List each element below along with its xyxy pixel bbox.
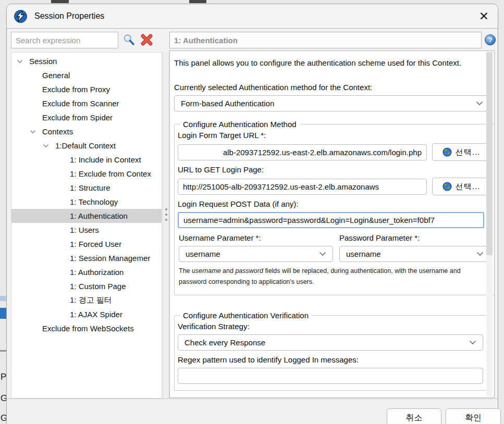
chevron-down-icon <box>469 340 476 345</box>
tree-item-include-in-context[interactable]: 1: Include in Context <box>11 153 162 167</box>
tree-item-custom-page[interactable]: 1: Custom Page <box>11 279 162 293</box>
tree-item-alert-filter[interactable]: 1: 경고 필터 <box>11 293 162 307</box>
chevron-down-icon <box>319 252 326 256</box>
tree-item-authentication[interactable]: 1: Authentication <box>11 209 162 223</box>
dialog-titlebar: Session Properties ✕ <box>7 4 498 29</box>
globe-icon <box>442 182 452 191</box>
regex-logged-in-field[interactable] <box>178 368 483 384</box>
select-login-url-button[interactable]: 선택... <box>432 143 490 161</box>
background-divider-fragment <box>0 350 6 352</box>
tree-item-session[interactable]: Session <box>11 54 162 68</box>
ok-button[interactable]: 확인 <box>446 408 501 424</box>
tree-item-forced-user[interactable]: 1: Forced User <box>11 237 162 251</box>
search-input[interactable] <box>11 32 118 48</box>
select-get-url-button[interactable]: 선택... <box>432 178 490 195</box>
chevron-down-icon[interactable] <box>41 141 51 151</box>
search-icon[interactable] <box>122 33 136 46</box>
chevron-down-icon[interactable] <box>15 57 24 66</box>
get-url-label: URL to GET Login Page: <box>178 165 490 174</box>
zap-logo-icon <box>14 9 28 23</box>
tree-item-exclude-spider[interactable]: Exclude from Spider <box>11 110 162 124</box>
panel-scrollbar[interactable] <box>486 52 493 396</box>
configure-auth-verification-group: Configure Authentication Verification Ve… <box>174 311 490 391</box>
verification-strategy-select[interactable]: Check every Response <box>178 334 483 351</box>
tree-item-authorization[interactable]: 1: Authorization <box>11 265 162 279</box>
tree-item-session-management[interactable]: 1: Session Managemer <box>11 251 162 265</box>
configure-auth-method-group: Configure Authentication Method Login Fo… <box>174 120 495 295</box>
globe-icon <box>442 147 452 157</box>
scrollbar-thumb[interactable] <box>486 52 493 255</box>
password-parameter-label: Password Parameter *: <box>339 233 490 242</box>
post-data-field[interactable]: username=admin&password=password&Login=L… <box>178 212 484 228</box>
close-icon[interactable]: ✕ <box>479 9 489 23</box>
tree-item-structure[interactable]: 1: Structure <box>11 181 162 195</box>
svg-text:?: ? <box>488 36 492 44</box>
panel-title: 1: Authentication <box>169 32 482 48</box>
dialog-title: Session Properties <box>34 11 104 21</box>
auth-method-select[interactable]: Form-based Authentication <box>174 95 490 111</box>
session-tree: Session General Exclude from Proxy Exclu… <box>11 52 162 398</box>
background-selection-fragment <box>0 308 6 319</box>
login-url-label: Login Form Target URL *: <box>178 131 490 140</box>
tree-item-exclude-websockets[interactable]: Exclude from WebSockets <box>11 321 162 335</box>
tree-item-users[interactable]: 1: Users <box>11 223 162 237</box>
chevron-down-icon[interactable] <box>28 127 38 136</box>
chevron-down-icon <box>476 252 484 256</box>
authentication-panel: This panel allows you to configure the a… <box>169 51 495 398</box>
get-login-page-url-field[interactable]: http://251005-alb-2093712592.us-east-2.e… <box>178 179 427 195</box>
group-title: Configure Authentication Method <box>180 120 300 129</box>
group-title: Configure Authentication Verification <box>180 311 312 320</box>
tree-item-technology[interactable]: 1: Technology <box>11 195 162 209</box>
post-data-label: Login Request POST Data (if any): <box>178 199 490 208</box>
session-properties-dialog: Session Properties ✕ Session General Exc… <box>6 4 498 424</box>
background-text-fragment: P <box>1 372 6 382</box>
method-label: Currently selected Authentication method… <box>174 83 482 92</box>
username-parameter-select[interactable]: username <box>179 246 333 262</box>
help-icon[interactable]: ? <box>484 34 496 46</box>
background-highlight-fragment <box>0 296 6 301</box>
background-window-fragment <box>189 0 206 3</box>
tree-item-exclude-scanner[interactable]: Exclude from Scanner <box>11 96 162 110</box>
background-window-fragment <box>51 0 69 3</box>
password-parameter-select[interactable]: username <box>339 246 490 262</box>
split-pane-divider[interactable] <box>163 52 169 398</box>
tree-item-ajax-spider[interactable]: 1: AJAX Spider <box>11 307 162 321</box>
dialog-footer: 취소 확인 <box>7 398 498 424</box>
tree-item-default-context[interactable]: 1:Default Context <box>11 139 162 153</box>
regex-logged-in-label: Regex pattern used to identify Logged In… <box>178 355 483 364</box>
username-parameter-label: Username Parameter *: <box>179 233 333 242</box>
parameters-note: The username and password fields will be… <box>179 266 480 288</box>
tree-item-exclude-proxy[interactable]: Exclude from Proxy <box>11 82 162 96</box>
login-form-target-url-field[interactable]: alb-2093712592.us-east-2.elb.amazonaws.c… <box>178 144 427 160</box>
chevron-down-icon <box>476 101 483 106</box>
clear-search-icon[interactable] <box>140 33 153 46</box>
cancel-button[interactable]: 취소 <box>387 408 441 424</box>
tree-item-general[interactable]: General <box>11 68 162 82</box>
verification-strategy-label: Verification Strategy: <box>178 322 483 331</box>
tree-item-contexts[interactable]: Contexts <box>11 124 162 139</box>
panel-description: This panel allows you to configure the a… <box>174 55 482 70</box>
tree-item-exclude-from-context[interactable]: 1: Exclude from Contex <box>11 167 162 181</box>
